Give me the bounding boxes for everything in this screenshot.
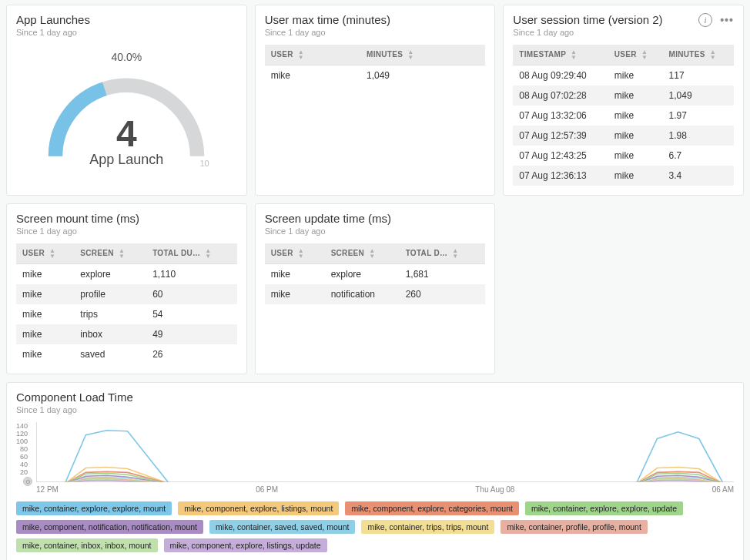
table-cell: mike <box>608 86 663 106</box>
table-cell: 1,681 <box>400 264 486 285</box>
chart-legend: mike, container, explore, explore, mount… <box>16 501 734 552</box>
x-tick: 06 AM <box>712 485 734 494</box>
table-cell: notification <box>325 284 400 304</box>
y-tick: 80 <box>16 445 28 453</box>
info-icon[interactable]: i <box>697 12 714 29</box>
panel-subtitle: Since 1 day ago <box>16 405 734 414</box>
panel-title: App Launches <box>16 13 237 26</box>
table-cell: mike <box>265 264 325 285</box>
column-header[interactable]: SCREEN ▲▼ <box>74 243 146 264</box>
legend-item[interactable]: mike, container, trips, trips, mount <box>361 520 494 534</box>
table-cell: 1.97 <box>663 106 734 126</box>
table-cell: 07 Aug 13:32:06 <box>513 106 608 126</box>
table-cell: mike <box>608 166 663 186</box>
legend-item[interactable]: mike, component, explore, categories, mo… <box>345 501 519 515</box>
table-cell: 1,049 <box>360 65 485 86</box>
panel-app-launches: App Launches Since 1 day ago 40.0% 4 App… <box>6 5 247 196</box>
legend-item[interactable]: mike, component, notification, notificat… <box>16 520 203 534</box>
table-cell: mike <box>265 284 325 304</box>
table-cell: 1,049 <box>663 86 734 106</box>
x-tick: Thu Aug 08 <box>475 485 514 494</box>
table-row: 08 Aug 09:29:40mike117 <box>513 65 734 86</box>
column-header[interactable]: USER ▲▼ <box>16 243 74 264</box>
column-header[interactable]: SCREEN ▲▼ <box>325 243 400 264</box>
column-header[interactable]: USER ▲▼ <box>265 243 325 264</box>
column-header[interactable]: MINUTES ▲▼ <box>360 45 485 65</box>
column-header[interactable]: TIMESTAMP ▲▼ <box>513 45 608 65</box>
gauge-percent: 40.0% <box>111 51 142 63</box>
table-row: 07 Aug 12:36:13mike3.4 <box>513 166 734 186</box>
table-screen-update-time: USER ▲▼SCREEN ▲▼TOTAL D… ▲▼ mikeexplore1… <box>265 243 486 304</box>
table-cell: mike <box>16 264 74 285</box>
table-row: mike1,049 <box>265 65 486 86</box>
panel-title: User max time (minutes) <box>265 13 486 26</box>
table-cell: mike <box>16 324 74 344</box>
table-cell: 49 <box>146 324 237 344</box>
gauge-max: 10 <box>199 159 209 168</box>
panel-subtitle: Since 1 day ago <box>265 226 486 236</box>
table-cell: saved <box>74 344 146 364</box>
panel-screen-update-time: Screen update time (ms) Since 1 day ago … <box>255 203 496 374</box>
table-cell: mike <box>608 126 663 146</box>
more-icon[interactable]: ••• <box>718 12 735 29</box>
table-row: 08 Aug 07:02:28mike1,049 <box>513 86 734 106</box>
y-tick: 140 <box>16 422 28 430</box>
y-tick: 120 <box>16 430 28 438</box>
table-user-session-time: TIMESTAMP ▲▼USER ▲▼MINUTES ▲▼ 08 Aug 09:… <box>513 45 734 186</box>
table-cell: 07 Aug 12:36:13 <box>513 166 608 186</box>
table-cell: 07 Aug 12:43:25 <box>513 146 608 166</box>
legend-item[interactable]: mike, container, inbox, inbox, mount <box>16 538 158 552</box>
y-tick: 100 <box>16 438 28 445</box>
panel-title: Screen update time (ms) <box>265 212 486 225</box>
panel-subtitle: Since 1 day ago <box>16 28 237 37</box>
table-cell: mike <box>265 65 360 86</box>
legend-item[interactable]: mike, container, saved, saved, mount <box>209 520 355 534</box>
column-header[interactable]: TOTAL DU… ▲▼ <box>146 243 237 264</box>
column-header[interactable]: USER ▲▼ <box>608 45 663 65</box>
x-tick: 06 PM <box>256 485 278 494</box>
panel-subtitle: Since 1 day ago <box>16 226 237 236</box>
table-cell: 1,110 <box>146 264 237 285</box>
column-header[interactable]: MINUTES ▲▼ <box>663 45 734 65</box>
chart-area: 14012010080604020 ⊙ 12 PM06 PMThu Aug 08… <box>16 422 734 494</box>
table-row: miketrips54 <box>16 304 237 324</box>
table-cell: 6.7 <box>663 146 734 166</box>
panel-screen-mount-time: Screen mount time (ms) Since 1 day ago U… <box>6 203 247 374</box>
chart-origin-icon: ⊙ <box>23 477 32 486</box>
table-cell: mike <box>16 284 74 304</box>
column-header[interactable]: USER ▲▼ <box>265 45 360 65</box>
legend-item[interactable]: mike, component, explore, listings, moun… <box>178 501 339 515</box>
table-row: mikeexplore1,110 <box>16 264 237 285</box>
table-cell: 1.98 <box>663 126 734 146</box>
y-tick: 20 <box>16 468 28 476</box>
table-cell: mike <box>16 344 74 364</box>
legend-item[interactable]: mike, component, explore, listings, upda… <box>164 538 327 552</box>
legend-item[interactable]: mike, container, profile, profile, mount <box>501 520 648 534</box>
table-cell: 3.4 <box>663 166 734 186</box>
legend-item[interactable]: mike, container, explore, explore, updat… <box>525 501 683 515</box>
panel-subtitle: Since 1 day ago <box>265 28 486 37</box>
line-chart: ⊙ <box>36 422 734 482</box>
x-tick: 12 PM <box>36 485 59 494</box>
panel-user-session-time: i ••• User session time (version 2) Sinc… <box>503 5 744 196</box>
table-row: mikesaved26 <box>16 344 237 364</box>
gauge-value: 4 <box>116 112 137 155</box>
table-cell: 08 Aug 09:29:40 <box>513 65 608 86</box>
panel-subtitle: Since 1 day ago <box>513 28 734 37</box>
table-row: 07 Aug 13:32:06mike1.97 <box>513 106 734 126</box>
y-tick: 60 <box>16 453 28 461</box>
table-row: mikeprofile60 <box>16 284 237 304</box>
column-header[interactable]: TOTAL D… ▲▼ <box>400 243 486 264</box>
table-row: mikeinbox49 <box>16 324 237 344</box>
table-row: mikeexplore1,681 <box>265 264 486 285</box>
table-cell: 08 Aug 07:02:28 <box>513 86 608 106</box>
table-row: mikenotification260 <box>265 284 486 304</box>
table-cell: mike <box>608 65 663 86</box>
panel-component-load-time: Component Load Time Since 1 day ago 1401… <box>6 382 744 560</box>
table-cell: mike <box>608 106 663 126</box>
legend-item[interactable]: mike, container, explore, explore, mount <box>16 501 172 515</box>
table-cell: 54 <box>146 304 237 324</box>
table-screen-mount-time: USER ▲▼SCREEN ▲▼TOTAL DU… ▲▼ mikeexplore… <box>16 243 237 364</box>
panel-user-max-time: User max time (minutes) Since 1 day ago … <box>255 5 496 196</box>
panel-title: Component Load Time <box>16 391 734 404</box>
